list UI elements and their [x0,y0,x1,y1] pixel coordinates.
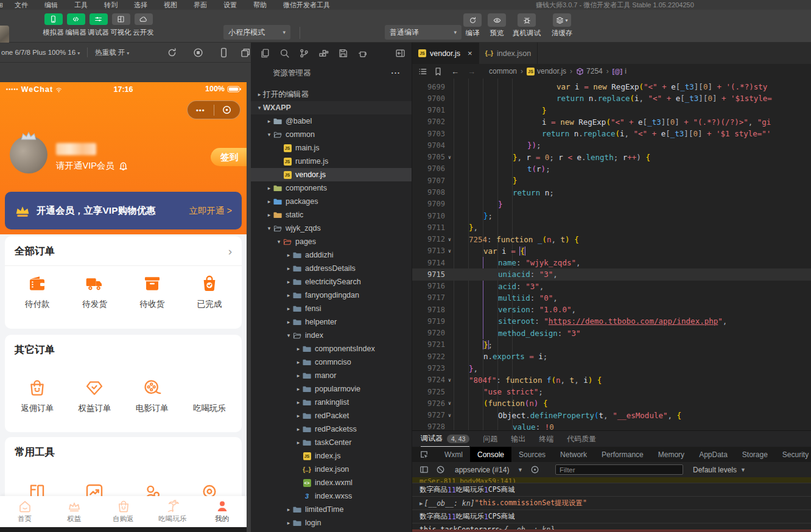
wechat-capsule[interactable]: ••• [187,100,240,119]
tree-item-@babel[interactable]: ▸@babel [251,114,412,128]
code-line-9712[interactable]: 9712∨7254: function _(n, t) { [412,233,811,245]
mode-select[interactable]: 小程序模式 ▾ [223,25,290,40]
code-line-9707[interactable]: 9707} [412,175,811,186]
code-line-9726[interactable]: 9726∨(function(n) { [412,397,811,409]
device-frame-icon[interactable] [219,47,229,58]
code-line-9701[interactable]: 9701} [412,105,811,116]
tree-item-packages[interactable]: ▸packages [251,195,412,208]
fold-icon[interactable]: ∨ [445,413,454,418]
code-line-9716[interactable]: 9716acid: "3", [412,281,811,292]
more-actions-icon[interactable]: ··· [391,69,401,77]
tabbar-item-我的[interactable]: 我的 [197,496,247,527]
debug-tab-代码质量[interactable]: 代码质量 [567,431,596,447]
files-icon[interactable] [260,48,270,58]
tree-item-componentsIndex[interactable]: ▸componentsIndex [251,342,412,355]
menu-item[interactable]: 界面 [185,1,215,10]
toolbar-button-模拟器[interactable]: 模拟器 [42,13,65,37]
user-avatar[interactable] [0,26,9,44]
console-message[interactable]: ▶ [__ob__: kn] "this.commissionSet提现设置" [412,497,811,510]
fold-icon[interactable]: ∨ [445,401,454,406]
code-line-9721[interactable]: 9721}; [412,339,811,351]
grid-item-待付款[interactable]: 待付款 [9,273,66,310]
devtools-tab-Console[interactable]: Console [470,447,511,462]
console-message[interactable]: mcSer-811 bodyMax59:141) [412,477,811,483]
debug-pot-icon[interactable] [357,48,368,58]
grid-item-已完成[interactable]: 已完成 [181,273,238,310]
menu-item[interactable]: 设置 [215,1,245,10]
tree-item-helpenter[interactable]: ▸helpenter [251,315,412,329]
code-line-9710[interactable]: 9710}; [412,210,811,222]
nav-back-button[interactable]: ← [451,67,459,76]
console-sidebar-icon[interactable] [420,465,429,474]
tree-item-fensi[interactable]: ▸fensi [251,302,412,315]
menu-item[interactable]: 文件 [6,1,36,10]
code-line-9706[interactable]: 9706t(r); [412,163,811,175]
fold-icon[interactable]: ∨ [445,155,454,160]
tree-item-WXAPP[interactable]: ▾WXAPP [251,101,412,114]
toolbar-button-调试器[interactable]: 调试器 [87,13,110,37]
grid-item-待发货[interactable]: 待发货 [66,273,123,310]
refresh-icon[interactable] [167,47,177,58]
devtools-tab-Memory[interactable]: Memory [651,447,692,462]
action-button-编译[interactable]: 编译 [460,13,485,38]
tree-item-index.json[interactable]: {..}index.json [251,463,412,476]
action-button-真机调试[interactable]: 真机调试 [509,13,544,38]
log-levels-select[interactable]: Default levels ▼ [693,466,746,474]
action-button-清缓存[interactable]: ▾清缓存 [544,13,580,38]
code-line-9709[interactable]: 9709} [412,198,811,210]
code-line-9713[interactable]: 9713∨var i = { [412,245,811,257]
hot-reload-toggle[interactable]: 热重载 开▾ [95,48,129,57]
menu-item[interactable]: 转到 [96,1,125,10]
chevron-right-icon[interactable]: › [228,247,232,256]
tree-item-taskCenter[interactable]: ▸taskCenter [251,436,412,449]
breadcrumb-item-vendor.js[interactable]: JSvendor.js [527,67,566,75]
debug-tab-输出[interactable]: 输出 [511,431,525,447]
menu-item[interactable]: 选择 [125,1,155,10]
debug-tab-调试器[interactable]: 调试器4, 43 [421,431,469,447]
code-line-9700[interactable]: 9700return n.replace(i, "<" + e[_t3][0] … [412,93,811,104]
save-icon[interactable] [338,48,348,58]
tree-item-electricitySearch[interactable]: ▸electricitySearch [251,275,412,289]
code-line-9711[interactable]: 9711}, [412,222,811,233]
tree-item-index.wxss[interactable]: 3index.wxss [251,489,412,503]
code-line-9728[interactable]: 9728value: !0 [412,421,811,430]
tree-item-manor[interactable]: ▸manor [251,369,412,382]
code-line-9717[interactable]: 9717multiid: "0", [412,292,811,304]
expand-arrow-icon[interactable]: ▶ [420,500,423,506]
devtools-tab-Performance[interactable]: Performance [594,447,651,462]
stop-icon[interactable] [193,47,203,58]
menu-item[interactable]: 工具 [66,1,96,10]
tree-item-common[interactable]: ▾common [251,128,412,141]
toolbar-button-可视化[interactable]: 可视化 [110,13,132,37]
nav-forward-button[interactable]: → [468,67,476,76]
code-line-9703[interactable]: 9703return n.replace(i, "<" + e[_t3][0] … [412,128,811,139]
live-expression-icon[interactable] [530,465,539,474]
code-line-9715[interactable]: 9715uniacid: "3", [412,268,811,280]
code-line-9699[interactable]: 9699var i = new RegExp("<" + e[_t3][0] +… [412,81,811,93]
tree-item-redPacketss[interactable]: ▸redPacketss [251,422,412,436]
signin-button[interactable]: 签到 [211,148,247,166]
tree-item-limitedTime[interactable]: ▸limitedTime [251,503,412,516]
code-line-9725[interactable]: 9725"use strict"; [412,386,811,397]
console-message[interactable]: 数字商品 1 1 吃喝玩乐 1 CPS商城 [412,483,811,497]
code-line-9719[interactable]: 9719siteroot: "https://demo.ttbobo.com/a… [412,315,811,327]
action-button-预览[interactable]: 预览 [485,13,509,38]
code-line-9714[interactable]: 9714name: "wjyk_zqds", [412,257,811,268]
console-message[interactable]: 数字商品 1 1 吃喝玩乐 1 CPS商城 [412,510,811,523]
fold-icon[interactable]: ∨ [445,248,454,254]
vip-banner[interactable]: 开通会员，立享VIP购物优惠 立即开通 > [5,192,242,229]
tree-item-addressDetails[interactable]: ▸addressDetails [251,262,412,275]
git-icon[interactable] [299,48,309,58]
code-line-9704[interactable]: 9704}); [412,139,811,151]
tree-item-wjyk_zqds[interactable]: ▾wjyk_zqds [251,222,412,235]
grid-item-电影订单[interactable]: 电影订单 [124,377,181,414]
tree-item-打开的编辑器[interactable]: ▸打开的编辑器 [251,88,412,101]
tree-item-index.wxml[interactable]: <>index.wxml [251,476,412,489]
menu-item[interactable]: 视图 [155,1,185,10]
debug-tab-问题[interactable]: 问题 [483,431,497,447]
tabbar-item-自购返[interactable]: 自购返 [99,496,148,527]
code-editor[interactable]: 9699var i = new RegExp("<" + e[_t3][0] +… [412,79,811,430]
breadcrumb-item-common[interactable]: common [489,67,517,75]
tree-item-static[interactable]: ▸static [251,208,412,222]
menu-item[interactable]: 编辑 [36,1,66,10]
